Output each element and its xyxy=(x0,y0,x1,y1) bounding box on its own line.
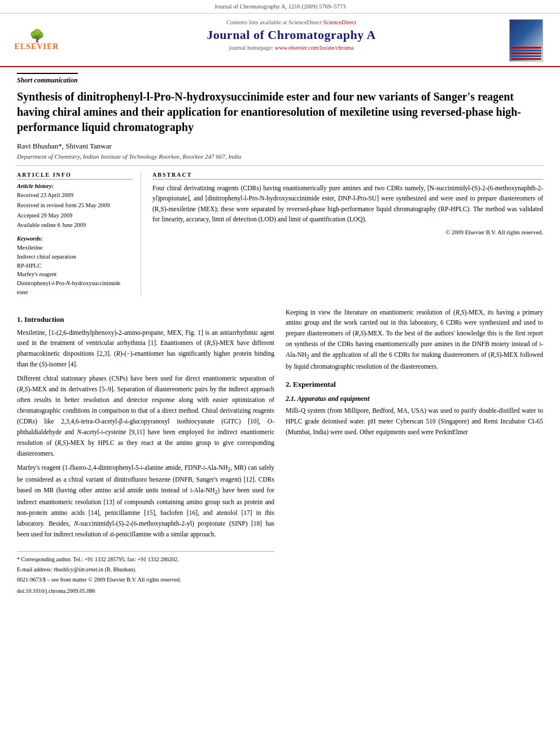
received-date: Received 23 April 2009 xyxy=(17,191,133,200)
history-label: Article history: xyxy=(17,183,133,189)
authors: Ravi Bhushan*, Shivani Tanwar xyxy=(17,142,543,151)
footnote-star: * Corresponding author. Tel.: +91 1332 2… xyxy=(17,555,274,564)
footer-notes: * Corresponding author. Tel.: +91 1332 2… xyxy=(17,551,274,596)
affiliation: Department of Chemistry, Indian Institut… xyxy=(17,153,543,166)
footer-copyright: 0021-9673/$ – see front matter © 2009 El… xyxy=(17,575,274,584)
introduction-heading: 1. Introduction xyxy=(17,315,274,324)
cover-line-1 xyxy=(511,47,541,49)
intro-para-3: Marfey's reagent (1-fluoro-2,4-dinitroph… xyxy=(17,462,274,540)
article-title: Synthesis of dinitrophenyl-l-Pro-N-hydro… xyxy=(17,89,543,135)
keyword-3: RP-HPLC xyxy=(17,261,133,270)
abstract-copyright: © 2009 Elsevier B.V. All rights reserved… xyxy=(152,229,543,235)
keywords-section: Keywords: Mexiletine Indirect chiral sep… xyxy=(17,235,133,297)
revised-date: Received in revised form 25 May 2009 xyxy=(17,201,133,210)
available-date: Available online 6 June 2009 xyxy=(17,221,133,230)
apparatus-subheading: 2.1. Apparatus and equipment xyxy=(286,395,543,403)
keyword-5: Dinitrophenyl-l-Pro-N-hydroxysuccinimide… xyxy=(17,279,133,297)
journal-homepage-link[interactable]: www.elsevier.com/locate/chroma xyxy=(275,45,354,51)
article-type-label: Short communication xyxy=(17,73,78,85)
left-column: 1. Introduction Mexiletine, [1-(2,6-dime… xyxy=(17,307,274,596)
journal-homepage: journal homepage: www.elsevier.com/locat… xyxy=(85,45,498,51)
footnote-email: E-mail address: rbushfcy@iitr.ernet.in (… xyxy=(17,565,274,574)
accepted-date: Accepted 29 May 2009 xyxy=(17,211,133,220)
journal-citation-bar: Journal of Chromatography A, 1216 (2009)… xyxy=(0,0,560,14)
journal-cover-area xyxy=(504,19,549,62)
cover-line-3 xyxy=(511,53,541,54)
journal-header: 🌳 ELSEVIER Contents lists available at S… xyxy=(0,14,560,67)
main-two-column: 1. Introduction Mexiletine, [1-(2,6-dime… xyxy=(17,307,543,596)
abstract-panel: ABSTRACT Four chiral derivatizing reagen… xyxy=(152,172,543,297)
journal-title: Journal of Chromatography A xyxy=(85,28,498,42)
article-body: Short communication Synthesis of dinitro… xyxy=(0,67,560,607)
elsevier-logo: 🌳 ELSEVIER xyxy=(11,27,62,55)
elsevier-logo-area: 🌳 ELSEVIER xyxy=(11,19,79,62)
article-info-panel: ARTICLE INFO Article history: Received 2… xyxy=(17,172,141,297)
apparatus-text: Milli-Q system (from Millipore, Bedford,… xyxy=(286,405,543,438)
elsevier-text: ELSEVIER xyxy=(15,42,59,51)
cover-lines xyxy=(511,47,541,60)
article-info-heading: ARTICLE INFO xyxy=(17,172,133,180)
info-abstract-row: ARTICLE INFO Article history: Received 2… xyxy=(17,172,543,297)
journal-title-area: Contents lists available at ScienceDirec… xyxy=(79,19,504,62)
abstract-text: Four chiral derivatizing reagents (CDRs)… xyxy=(152,183,543,225)
keywords-label: Keywords: xyxy=(17,235,133,242)
keyword-4: Marfey's reagent xyxy=(17,270,133,279)
tree-icon: 🌳 xyxy=(29,30,45,42)
intro-para-1: Mexiletine, [1-(2,6-dimethylphenoxy)-2-a… xyxy=(17,327,274,370)
contents-note: Contents lists available at ScienceDirec… xyxy=(85,19,498,25)
right-column: Keeping in view the literature on enanti… xyxy=(286,307,543,596)
sciencedirect-link[interactable]: ScienceDirect xyxy=(323,19,356,25)
cover-line-2 xyxy=(511,50,541,51)
keyword-1: Mexiletine xyxy=(17,243,133,252)
experimental-heading: 2. Experimental xyxy=(286,380,543,389)
intro-para-2: Different chiral stationary phases (CSPs… xyxy=(17,373,274,459)
cover-line-4 xyxy=(511,55,541,57)
doi-line: doi:10.1016/j.chroma.2009.05.086 xyxy=(17,587,274,596)
journal-cover-thumbnail xyxy=(509,19,543,62)
right-para-1: Keeping in view the literature on enanti… xyxy=(286,307,543,373)
keyword-2: Indirect chiral separation xyxy=(17,252,133,261)
page: Journal of Chromatography A, 1216 (2009)… xyxy=(0,0,560,607)
journal-citation: Journal of Chromatography A, 1216 (2009)… xyxy=(215,3,345,10)
cover-line-5 xyxy=(511,58,541,60)
abstract-heading: ABSTRACT xyxy=(152,172,543,180)
